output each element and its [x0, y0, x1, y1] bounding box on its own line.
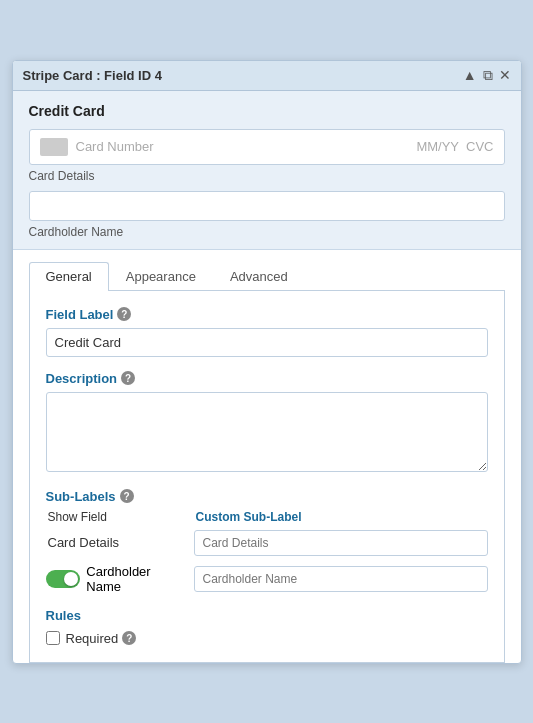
card-number-placeholder: Card Number [76, 139, 154, 154]
show-field-col-header: Show Field [48, 510, 188, 524]
card-date-cvc: MM/YY CVC [416, 139, 493, 154]
required-help-icon[interactable]: ? [122, 631, 136, 645]
description-heading: Description ? [46, 371, 488, 386]
close-icon[interactable]: ✕ [499, 67, 511, 83]
custom-sublabel-col-header: Custom Sub-Label [196, 510, 488, 524]
copy-icon[interactable]: ⧉ [483, 67, 493, 84]
card-input-mock: Card Number MM/YY CVC [29, 129, 505, 165]
tab-content-general: Field Label ? Description ? Sub-Labels ? [29, 291, 505, 663]
required-row: Required ? [46, 631, 488, 646]
sublabels-section: Sub-Labels ? Show Field Custom Sub-Label… [46, 489, 488, 594]
card-details-label: Card Details [29, 169, 505, 183]
preview-area: Credit Card Card Number MM/YY CVC Card D… [13, 91, 521, 250]
description-section: Description ? [46, 371, 488, 475]
tabs-area: General Appearance Advanced Field Label … [13, 250, 521, 663]
titlebar: Stripe Card : Field ID 4 ▲ ⧉ ✕ [13, 61, 521, 91]
rules-section: Rules Required ? [46, 608, 488, 646]
window-controls: ▲ ⧉ ✕ [463, 67, 511, 84]
cardholder-name-toggle-wrap: Cardholder Name [46, 564, 186, 594]
sublabel-row-cardholder-name: Cardholder Name [46, 564, 488, 594]
field-label-input[interactable] [46, 328, 488, 357]
sublabel-row-card-details: Card Details [46, 530, 488, 556]
tabs: General Appearance Advanced [29, 262, 505, 291]
window-title: Stripe Card : Field ID 4 [23, 68, 162, 83]
tab-appearance[interactable]: Appearance [109, 262, 213, 290]
sublabels-heading: Sub-Labels ? [46, 489, 488, 504]
sublabels-header: Show Field Custom Sub-Label [46, 510, 488, 524]
cardholder-name-label: Cardholder Name [29, 225, 505, 239]
required-checkbox[interactable] [46, 631, 60, 645]
card-brand-icon [40, 138, 68, 156]
sublabel-card-details-input[interactable] [194, 530, 488, 556]
description-help-icon[interactable]: ? [121, 371, 135, 385]
tab-advanced[interactable]: Advanced [213, 262, 305, 290]
main-window: Stripe Card : Field ID 4 ▲ ⧉ ✕ Credit Ca… [12, 60, 522, 664]
toggle-thumb [64, 572, 78, 586]
required-label: Required ? [66, 631, 137, 646]
sublabel-cardholder-name-input[interactable] [194, 566, 488, 592]
cardholder-name-toggle[interactable] [46, 570, 79, 588]
sublabel-cardholder-name-label: Cardholder Name [86, 564, 185, 594]
sublabel-card-details-name: Card Details [46, 535, 186, 550]
field-label-help-icon[interactable]: ? [117, 307, 131, 321]
field-label-section: Field Label ? [46, 307, 488, 357]
cardholder-name-mock [29, 191, 505, 221]
rules-heading: Rules [46, 608, 488, 623]
description-input[interactable] [46, 392, 488, 472]
field-label-heading: Field Label ? [46, 307, 488, 322]
sublabels-help-icon[interactable]: ? [120, 489, 134, 503]
collapse-icon[interactable]: ▲ [463, 67, 477, 83]
preview-title: Credit Card [29, 103, 505, 119]
tab-general[interactable]: General [29, 262, 109, 291]
